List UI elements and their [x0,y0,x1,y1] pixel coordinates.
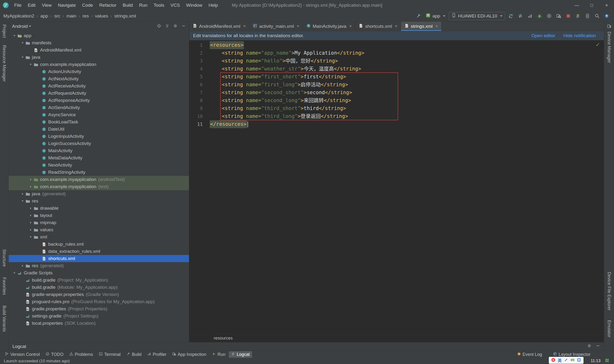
code-editor[interactable]: 1<resources>2 <string name="app_name">My… [189,40,604,334]
tree-item-build-gradle-module-my-application-app[interactable]: build.gradle(Module: My_Application.app) [9,284,189,291]
tree-item-java[interactable]: java [9,54,189,61]
toolstripe-favorites[interactable]: Favorites [2,277,7,295]
inspect-button[interactable] [555,13,563,20]
tree-item-layout[interactable]: layout [9,212,189,219]
minimize-panel-button[interactable] [596,344,600,349]
breadcrumb-res[interactable]: res [82,13,89,19]
tree-item-data-extraction-rules-xml[interactable]: </>data_extraction_rules.xml [9,248,189,255]
tree-item-app[interactable]: app [9,32,189,39]
logcat-button[interactable] [574,13,582,20]
tree-item-metadataactivity[interactable]: CMetaDataActivity [9,154,189,161]
tree-item-actrequestactivity[interactable]: CActRequestActivity [9,90,189,97]
chevron-right-icon[interactable] [28,214,34,217]
run-configuration-select[interactable]: app [424,12,447,20]
toolstripe-structure[interactable]: Structure [2,249,7,267]
toolwindow-version-control[interactable]: Version Control [2,351,42,358]
chevron-down-icon[interactable] [12,271,17,275]
toolstripe-device-file-explorer[interactable]: Device File Explorer [607,272,612,311]
device-explorer-button[interactable] [583,13,591,20]
menu-tools[interactable]: Tools [151,0,167,11]
profiler-button[interactable] [526,13,534,20]
menu-code[interactable]: Code [79,0,96,11]
settings-gear-button[interactable] [173,24,177,29]
tab-androidmanifest-xml[interactable]: AndroidManifest.xml× [189,22,249,31]
tree-item-mipmap[interactable]: mipmap [9,219,189,226]
sogou-icon[interactable]: S [551,358,556,363]
menu-edit[interactable]: Edit [25,0,39,11]
open-editor-link[interactable]: Open editor [532,33,555,38]
chevron-right-icon[interactable] [28,228,34,232]
stop-button[interactable] [564,13,572,20]
tree-item-loginsuccessactivity[interactable]: CLoginSuccessActivity [9,140,189,147]
tab-strings-xml[interactable]: </>strings.xml× [401,22,442,31]
tree-item-res-generated[interactable]: res(generated) [9,262,189,269]
updates-button[interactable] [602,13,611,20]
debug-button[interactable] [535,13,544,20]
toolstripe-device-manager[interactable]: Device Manager [607,32,612,63]
tree-item-gradle-scripts[interactable]: Gradle Scripts [9,269,189,276]
tree-item-java-generated[interactable]: java(generated) [9,190,189,197]
tree-item-actsendactivity[interactable]: CActSendActivity [9,104,189,111]
breadcrumb-resources[interactable]: resources [214,336,233,341]
tree-item-mainactivity[interactable]: CMainActivity [9,147,189,154]
tree-item-res[interactable]: res [9,197,189,205]
close-tab-icon[interactable]: × [436,24,438,29]
search-button[interactable] [593,13,601,20]
tree-item-actreceiveactivity[interactable]: CActReceiveActivity [9,82,189,90]
menu-navigate[interactable]: Navigate [55,0,79,11]
menu-build[interactable]: Build [120,0,136,11]
settings-gear-button[interactable] [587,344,591,349]
tree-item-local-properties-sdk-location[interactable]: local.properties(SDK Location) [9,320,189,327]
tree-item-com-example-myapplication[interactable]: com.example.myapplication [9,61,189,68]
inspections-ok-icon[interactable]: ✓ [596,42,600,48]
menu-refactor[interactable]: Refactor [96,0,120,11]
tree-item-settings-gradle-project-settings[interactable]: settings.gradle(Project Settings) [9,312,189,320]
tree-item-backup-rules-xml[interactable]: </>backup_rules.xml [9,241,189,248]
tab-shortcuts-xml[interactable]: </>shortcuts.xml× [355,22,401,31]
tree-item-asyncservice[interactable]: CAsyncService [9,111,189,118]
tree-item-build-gradle-project-my-application[interactable]: build.gradle(Project: My_Application) [9,276,189,284]
menu-vcs[interactable]: VCS [167,0,183,11]
device-select[interactable]: HUAWEI EDI-AL10 [449,12,505,20]
chevron-right-icon[interactable] [28,185,34,188]
tree-item-androidmanifest-xml[interactable]: AndroidManifest.xml [9,47,189,54]
menu-help[interactable]: Help [205,0,221,11]
toolwindow-todo[interactable]: TODO [43,351,66,358]
tab-mainactivity-java[interactable]: CMainActivity.java× [303,22,355,31]
toolbox-icon[interactable] [577,358,581,363]
ime-language-indicator[interactable]: 英 [558,357,562,363]
close-tab-icon[interactable]: × [243,24,246,29]
tree-item-gradle-properties-project-properties[interactable]: gradle.properties(Project Properties) [9,305,189,312]
tree-item-readstringactivity[interactable]: CReadStringActivity [9,169,189,176]
build-hammer-button[interactable] [414,13,422,20]
menu-view[interactable]: View [39,0,55,11]
chevron-down-icon[interactable] [20,199,26,203]
tree-item-bookloadtask[interactable]: CBookLoadTask [9,118,189,126]
tree-item-com-example-myapplication-androidtest[interactable]: com.example.myapplication(androidTest) [9,176,189,183]
toolwindow-build[interactable]: Build [124,351,144,358]
chevron-right-icon[interactable] [28,207,34,210]
chevron-down-icon[interactable] [20,41,26,45]
close-tab-icon[interactable]: × [297,24,299,29]
tree-item-actresponseactivity[interactable]: CActResponseActivity [9,97,189,104]
chevron-down-icon[interactable] [12,34,17,37]
tree-item-proguard-rules-pro-proguard-rules-for-my-application-app[interactable]: proguard-rules.pro(ProGuard Rules for My… [9,298,189,305]
tree-item-logininputactivity[interactable]: CLoginInputActivity [9,133,189,140]
minimize-button[interactable]: — [569,0,584,11]
breadcrumb-src[interactable]: src [54,13,60,19]
tree-item-manifests[interactable]: manifests [9,39,189,47]
toolwindow-logcat[interactable]: Logcat [229,351,252,358]
breadcrumb-main[interactable]: main [67,13,76,19]
breadcrumb-app[interactable]: app [41,13,48,19]
breadcrumb-strings-xml[interactable]: strings.xml [114,13,136,19]
toolstripe-project[interactable]: Project [2,25,7,38]
menu-run[interactable]: Run [136,0,151,11]
pen-icon[interactable] [564,358,568,363]
breadcrumb-values[interactable]: values [95,13,108,19]
tree-item-actnextactivity[interactable]: CActNextActivity [9,75,189,82]
chevron-right-icon[interactable] [20,264,26,267]
tree-item-xml[interactable]: xml [9,234,189,241]
hide-panel-button[interactable] [181,24,186,29]
tree-item-nextactivity[interactable]: CNextActivity [9,161,189,169]
project-view-select[interactable]: Android [12,24,28,29]
